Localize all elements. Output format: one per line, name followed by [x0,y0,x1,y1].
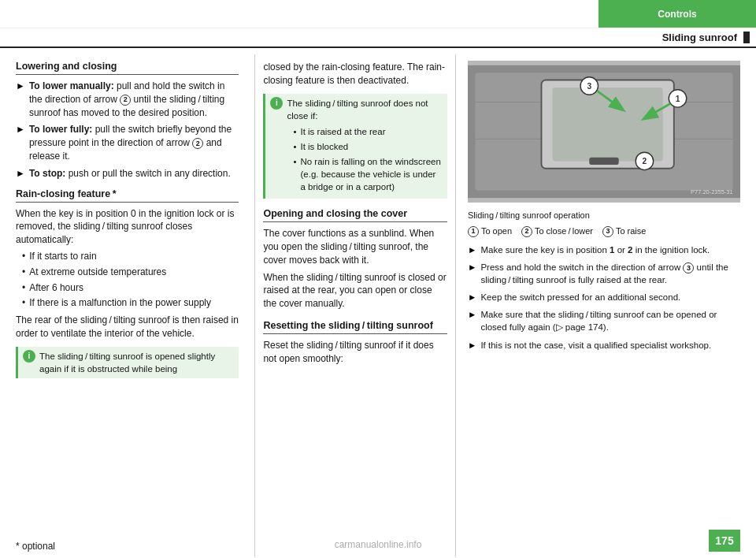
not-close-text: The sliding / tilting sunroof does not c… [287,99,428,121]
sunroof-diagram: 1 2 3 [468,61,740,203]
right-bullet-2: ► Press and hold the switch in the direc… [468,261,740,286]
rain-title: Rain-closing feature * [16,188,239,203]
legend-2: 2 To close / lower [521,225,593,238]
circle-2: 2 [120,95,131,106]
lower-manually-text: To lower manually: pull and hold the swi… [29,80,239,119]
dot-nc3: • [293,155,296,193]
arrow-2-group: 2 [636,152,653,169]
rain-bullet-2: • At extreme outside temperatures [22,266,239,279]
rain-bullet-3: • After 6 hours [22,281,239,295]
svg-text:1: 1 [676,95,680,103]
rain-close-cont: closed by the rain-closing feature. The … [263,61,447,87]
not-close-2: • It is blocked [293,140,443,153]
svg-text:P77.20-2355-31: P77.20-2355-31 [691,188,733,195]
to-stop-bold: To stop: [29,168,65,179]
r-arrow-2: ► [468,261,476,286]
legend-label-2: To close / lower [535,226,593,236]
opening-text1: The cover functions as a sunblind. When … [263,227,447,266]
legend-3: 3 To raise [602,225,646,238]
legend-label-3: To raise [616,226,647,236]
svg-text:3: 3 [587,82,591,91]
sunroof-image: 1 2 3 [468,61,740,203]
nc3-text: No rain is falling on the windscreen (e.… [300,155,443,193]
rain-b4-text: If there is a malfunction in the power s… [29,296,211,310]
legend-num-2: 2 [521,226,532,237]
right-bullet-5: ► If this is not the case, visit a quali… [468,339,740,352]
resetting-section: Resetting the sliding / tilting sunroof … [263,320,447,366]
info-text-left: The sliding / tilting sunroof is opened … [39,350,234,375]
lower-fully-text: To lower fully: pull the switch briefly … [29,123,239,162]
resetting-text: Reset the sliding / tilting sunroof if i… [263,339,447,366]
rain-bullet-4: • If there is a malfunction in the power… [22,296,239,310]
right-bullet-1: ► Make sure the key is in position 1 or … [468,244,740,256]
dot-2: • [22,266,25,279]
rain-section: Rain-closing feature * When the key is i… [16,188,239,378]
image-caption-area: Sliding / tilting sunroof operation 1 To… [468,209,740,237]
not-close-content: The sliding / tilting sunroof does not c… [287,97,443,196]
right-bullet-4: ► Make sure that the sliding / tilting s… [468,308,740,333]
r-text-5: If this is not the case, visit a qualifi… [480,339,711,352]
r-arrow-5: ► [468,339,476,352]
bullet-arrow-2: ► [16,123,25,162]
middle-column: closed by the rain-closing feature. The … [254,54,455,557]
legend: 1 To open 2 To close / lower 3 To raise [468,225,740,238]
dot-nc2: • [293,140,296,153]
page-number: 175 [709,530,740,552]
not-close-1: • It is raised at the rear [293,125,443,138]
section-label: Controls [598,0,756,28]
subheader: Sliding sunroof [0,28,756,48]
r-text-1: Make sure the key is in position 1 or 2 … [480,244,710,256]
to-stop-text: To stop: push or pull the switch in any … [29,167,231,180]
dot-nc1: • [293,125,296,138]
caption-text: Sliding / tilting sunroof operation [468,209,740,222]
not-close-3: • No rain is falling on the windscreen (… [293,155,443,193]
rain-b3-text: After 6 hours [29,281,83,295]
r-text-4: Make sure that the sliding / tilting sun… [480,308,740,333]
watermark: carmanualonline.info [335,539,422,550]
resetting-title: Resetting the sliding / tilting sunroof [263,320,447,334]
legend-num-1: 1 [468,226,479,237]
bullet-arrow-3: ► [16,167,25,180]
rain-b2-text: At extreme outside temperatures [29,266,166,279]
rain-note: The rear of the sliding / tilting sunroo… [16,314,239,340]
r-text-2: Press and hold the switch in the directi… [480,261,740,286]
arrow-3-group: 3 [580,77,598,95]
rain-b1-text: If it starts to rain [29,250,96,263]
r-arrow-4: ► [468,308,476,333]
main-content: Lowering and closing ► To lower manually… [0,54,756,557]
legend-num-3: 3 [602,226,613,237]
lower-fully-bold: To lower fully: [29,124,92,135]
left-column: Lowering and closing ► To lower manually… [16,54,254,557]
r-arrow-1: ► [468,244,476,256]
bullet-arrow-1: ► [16,80,25,119]
opening-text2: When the sliding / tilting sunroof is cl… [263,271,447,311]
footer-note: * optional [16,541,55,552]
rain-bullet-1: • If it starts to rain [22,250,239,263]
to-stop-item: ► To stop: push or pull the switch in an… [16,167,239,180]
r-text-3: Keep the switch pressed for an additiona… [480,291,680,303]
r-arrow-3: ► [468,291,476,303]
info-icon-left: i [23,350,35,363]
page-subtitle: Sliding sunroof [662,32,750,43]
lower-manually-item: ► To lower manually: pull and hold the s… [16,80,239,119]
info-icon-mid: i [270,97,283,110]
page-header: Controls [0,0,756,28]
arrow-1-group: 1 [669,90,686,107]
circle-2b: 2 [192,138,203,149]
legend-1: 1 To open [468,225,512,238]
nc2-text: It is blocked [300,140,348,153]
info-box-left: i The sliding / tilting sunroof is opene… [16,347,239,378]
rain-text: When the key is in position 0 in the ign… [16,207,239,247]
dot-1: • [22,250,25,263]
nc1-text: It is raised at the rear [300,125,385,138]
lowering-title: Lowering and closing [16,61,239,75]
right-bullet-3: ► Keep the switch pressed for an additio… [468,291,740,303]
right-column: 1 2 3 [455,54,740,557]
legend-label-1: To open [481,226,512,236]
opening-section: Opening and closing the cover The cover … [263,208,447,311]
dot-3: • [22,281,25,295]
lower-manually-bold: To lower manually: [29,80,114,91]
info-box-mid: i The sliding / tilting sunroof does not… [263,94,447,199]
svg-text:2: 2 [643,157,647,166]
circle-3a: 3 [683,262,694,273]
